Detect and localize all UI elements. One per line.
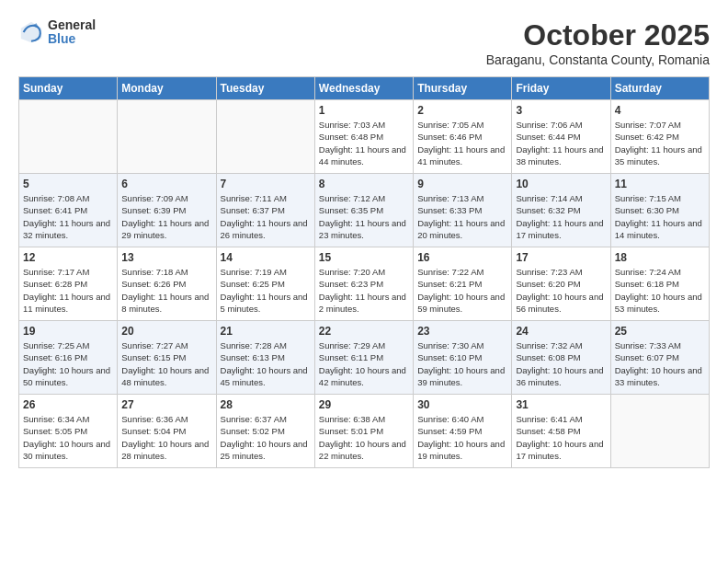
day-number: 24 xyxy=(516,325,606,338)
calendar-day: 18Sunrise: 7:24 AM Sunset: 6:18 PM Dayli… xyxy=(610,247,709,321)
calendar-header: Sunday Monday Tuesday Wednesday Thursday… xyxy=(19,77,710,100)
logo-text: General Blue xyxy=(48,18,96,47)
col-monday: Monday xyxy=(118,77,216,100)
calendar-week-3: 12Sunrise: 7:17 AM Sunset: 6:28 PM Dayli… xyxy=(19,247,710,321)
day-info: Sunrise: 7:12 AM Sunset: 6:35 PM Dayligh… xyxy=(319,192,409,241)
day-info: Sunrise: 6:41 AM Sunset: 4:58 PM Dayligh… xyxy=(516,413,606,462)
day-number: 26 xyxy=(23,398,113,411)
day-info: Sunrise: 7:17 AM Sunset: 6:28 PM Dayligh… xyxy=(23,266,113,315)
day-info: Sunrise: 7:19 AM Sunset: 6:25 PM Dayligh… xyxy=(221,266,311,315)
day-number: 27 xyxy=(121,398,211,411)
day-info: Sunrise: 6:40 AM Sunset: 4:59 PM Dayligh… xyxy=(417,413,507,462)
calendar-day: 23Sunrise: 7:30 AM Sunset: 6:10 PM Dayli… xyxy=(414,321,512,395)
day-info: Sunrise: 7:08 AM Sunset: 6:41 PM Dayligh… xyxy=(23,192,113,241)
header-row: Sunday Monday Tuesday Wednesday Thursday… xyxy=(19,77,710,100)
calendar-day: 21Sunrise: 7:28 AM Sunset: 6:13 PM Dayli… xyxy=(216,321,314,395)
day-number: 6 xyxy=(121,178,211,190)
calendar-day: 20Sunrise: 7:27 AM Sunset: 6:15 PM Dayli… xyxy=(118,321,216,395)
day-info: Sunrise: 7:05 AM Sunset: 6:46 PM Dayligh… xyxy=(417,119,507,167)
day-number: 8 xyxy=(319,178,409,190)
calendar-day: 30Sunrise: 6:40 AM Sunset: 4:59 PM Dayli… xyxy=(414,395,512,468)
day-info: Sunrise: 7:24 AM Sunset: 6:18 PM Dayligh… xyxy=(615,266,705,315)
day-number: 10 xyxy=(516,178,606,190)
calendar-day xyxy=(216,100,314,174)
day-info: Sunrise: 6:36 AM Sunset: 5:04 PM Dayligh… xyxy=(121,413,211,462)
calendar-day: 17Sunrise: 7:23 AM Sunset: 6:20 PM Dayli… xyxy=(512,247,610,321)
calendar-day: 1Sunrise: 7:03 AM Sunset: 6:48 PM Daylig… xyxy=(314,100,413,174)
day-info: Sunrise: 7:28 AM Sunset: 6:13 PM Dayligh… xyxy=(221,339,311,388)
calendar-day xyxy=(118,100,216,174)
day-number: 19 xyxy=(23,325,113,338)
calendar-week-2: 5Sunrise: 7:08 AM Sunset: 6:41 PM Daylig… xyxy=(19,174,710,247)
title-block: October 2025 Baraganu, Constanta County,… xyxy=(486,18,710,67)
day-info: Sunrise: 7:03 AM Sunset: 6:48 PM Dayligh… xyxy=(319,119,409,167)
location-subtitle: Baraganu, Constanta County, Romania xyxy=(486,52,710,67)
day-info: Sunrise: 7:29 AM Sunset: 6:11 PM Dayligh… xyxy=(319,339,409,388)
day-info: Sunrise: 6:34 AM Sunset: 5:05 PM Dayligh… xyxy=(23,413,113,462)
day-info: Sunrise: 7:13 AM Sunset: 6:33 PM Dayligh… xyxy=(417,192,507,241)
day-info: Sunrise: 7:18 AM Sunset: 6:26 PM Dayligh… xyxy=(121,266,211,315)
day-number: 22 xyxy=(319,325,409,338)
calendar-body: 1Sunrise: 7:03 AM Sunset: 6:48 PM Daylig… xyxy=(19,100,710,468)
day-number: 4 xyxy=(615,104,705,117)
day-number: 29 xyxy=(319,398,409,411)
day-number: 30 xyxy=(417,398,507,411)
day-number: 13 xyxy=(121,251,211,264)
calendar-table: Sunday Monday Tuesday Wednesday Thursday… xyxy=(18,76,710,468)
day-number: 23 xyxy=(417,325,507,338)
day-number: 21 xyxy=(221,325,311,338)
day-number: 1 xyxy=(319,104,409,117)
logo-icon xyxy=(18,19,44,45)
calendar-day: 14Sunrise: 7:19 AM Sunset: 6:25 PM Dayli… xyxy=(216,247,314,321)
calendar-day: 9Sunrise: 7:13 AM Sunset: 6:33 PM Daylig… xyxy=(414,174,512,247)
logo-general-text: General xyxy=(48,18,96,32)
day-info: Sunrise: 7:33 AM Sunset: 6:07 PM Dayligh… xyxy=(615,339,705,388)
col-sunday: Sunday xyxy=(19,77,118,100)
day-number: 17 xyxy=(516,251,606,264)
day-number: 16 xyxy=(417,251,507,264)
calendar-day: 15Sunrise: 7:20 AM Sunset: 6:23 PM Dayli… xyxy=(314,247,413,321)
calendar-day: 2Sunrise: 7:05 AM Sunset: 6:46 PM Daylig… xyxy=(414,100,512,174)
day-info: Sunrise: 7:22 AM Sunset: 6:21 PM Dayligh… xyxy=(417,266,507,315)
month-title: October 2025 xyxy=(486,18,710,52)
calendar-week-1: 1Sunrise: 7:03 AM Sunset: 6:48 PM Daylig… xyxy=(19,100,710,174)
day-info: Sunrise: 7:30 AM Sunset: 6:10 PM Dayligh… xyxy=(417,339,507,388)
calendar-day: 26Sunrise: 6:34 AM Sunset: 5:05 PM Dayli… xyxy=(19,395,118,468)
day-number: 31 xyxy=(516,398,606,411)
calendar-day: 6Sunrise: 7:09 AM Sunset: 6:39 PM Daylig… xyxy=(118,174,216,247)
day-number: 15 xyxy=(319,251,409,264)
day-info: Sunrise: 7:25 AM Sunset: 6:16 PM Dayligh… xyxy=(23,339,113,388)
day-number: 28 xyxy=(221,398,311,411)
col-saturday: Saturday xyxy=(610,77,709,100)
day-number: 20 xyxy=(121,325,211,338)
day-number: 11 xyxy=(615,178,705,190)
day-info: Sunrise: 7:20 AM Sunset: 6:23 PM Dayligh… xyxy=(319,266,409,315)
page-header: General Blue October 2025 Baraganu, Cons… xyxy=(18,18,710,67)
col-wednesday: Wednesday xyxy=(314,77,413,100)
day-info: Sunrise: 7:27 AM Sunset: 6:15 PM Dayligh… xyxy=(121,339,211,388)
calendar-day: 16Sunrise: 7:22 AM Sunset: 6:21 PM Dayli… xyxy=(414,247,512,321)
day-info: Sunrise: 7:09 AM Sunset: 6:39 PM Dayligh… xyxy=(121,192,211,241)
calendar-day: 12Sunrise: 7:17 AM Sunset: 6:28 PM Dayli… xyxy=(19,247,118,321)
day-number: 12 xyxy=(23,251,113,264)
day-info: Sunrise: 7:11 AM Sunset: 6:37 PM Dayligh… xyxy=(221,192,311,241)
calendar-day: 3Sunrise: 7:06 AM Sunset: 6:44 PM Daylig… xyxy=(512,100,610,174)
day-info: Sunrise: 7:14 AM Sunset: 6:32 PM Dayligh… xyxy=(516,192,606,241)
day-number: 2 xyxy=(417,104,507,117)
calendar-day: 10Sunrise: 7:14 AM Sunset: 6:32 PM Dayli… xyxy=(512,174,610,247)
col-friday: Friday xyxy=(512,77,610,100)
logo-blue-text: Blue xyxy=(48,32,96,46)
day-number: 3 xyxy=(516,104,606,117)
day-number: 7 xyxy=(221,178,311,190)
day-info: Sunrise: 7:07 AM Sunset: 6:42 PM Dayligh… xyxy=(615,119,705,167)
col-tuesday: Tuesday xyxy=(216,77,314,100)
calendar-day: 31Sunrise: 6:41 AM Sunset: 4:58 PM Dayli… xyxy=(512,395,610,468)
calendar-week-5: 26Sunrise: 6:34 AM Sunset: 5:05 PM Dayli… xyxy=(19,395,710,468)
calendar-day: 24Sunrise: 7:32 AM Sunset: 6:08 PM Dayli… xyxy=(512,321,610,395)
day-info: Sunrise: 6:38 AM Sunset: 5:01 PM Dayligh… xyxy=(319,413,409,462)
calendar-week-4: 19Sunrise: 7:25 AM Sunset: 6:16 PM Dayli… xyxy=(19,321,710,395)
col-thursday: Thursday xyxy=(414,77,512,100)
calendar-day xyxy=(19,100,118,174)
calendar-day: 8Sunrise: 7:12 AM Sunset: 6:35 PM Daylig… xyxy=(314,174,413,247)
day-info: Sunrise: 7:23 AM Sunset: 6:20 PM Dayligh… xyxy=(516,266,606,315)
